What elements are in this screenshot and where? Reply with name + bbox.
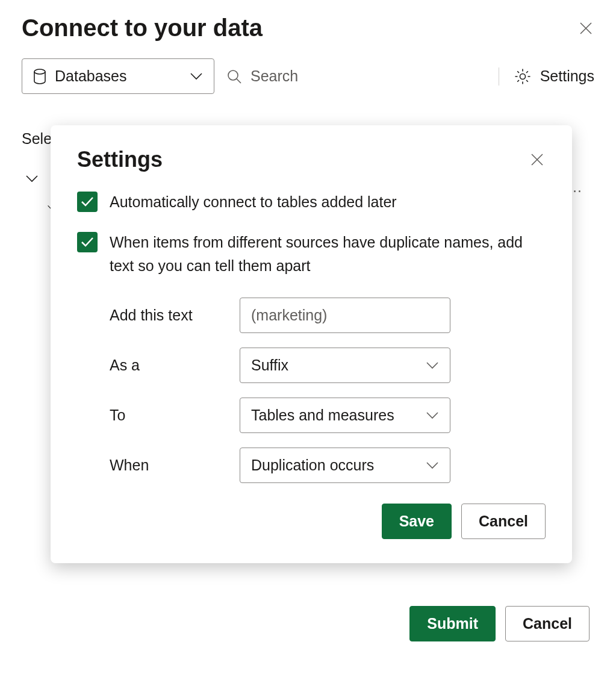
- duplicate-names-label: When items from different sources have d…: [110, 231, 546, 278]
- add-text-label: Add this text: [110, 307, 240, 324]
- as-a-value: Suffix: [251, 357, 288, 374]
- to-label: To: [110, 407, 240, 424]
- tree-chevron-icon[interactable]: [25, 175, 39, 183]
- submit-button[interactable]: Submit: [409, 606, 496, 641]
- settings-label: Settings: [540, 67, 594, 85]
- when-label: When: [110, 457, 240, 474]
- chevron-down-icon: [426, 461, 439, 470]
- when-value: Duplication occurs: [251, 457, 374, 474]
- chevron-down-icon: [426, 361, 439, 370]
- to-value: Tables and measures: [251, 407, 394, 424]
- search-input[interactable]: [250, 67, 487, 85]
- settings-button[interactable]: Settings: [514, 67, 594, 86]
- page-cancel-button[interactable]: Cancel: [505, 606, 590, 641]
- database-icon: [33, 69, 46, 84]
- add-text-input[interactable]: [240, 298, 450, 333]
- when-select[interactable]: Duplication occurs: [240, 448, 450, 483]
- databases-dropdown-label: Databases: [55, 67, 181, 85]
- databases-dropdown[interactable]: Databases: [22, 58, 214, 94]
- close-icon[interactable]: [577, 20, 594, 37]
- modal-close-icon[interactable]: [529, 151, 546, 168]
- modal-title: Settings: [77, 147, 163, 172]
- save-button[interactable]: Save: [382, 504, 452, 539]
- svg-point-1: [228, 70, 238, 80]
- to-select[interactable]: Tables and measures: [240, 398, 450, 433]
- search-icon: [226, 69, 242, 84]
- auto-connect-label: Automatically connect to tables added la…: [110, 190, 397, 214]
- search-box[interactable]: [226, 67, 487, 85]
- chevron-down-icon: [426, 411, 439, 420]
- svg-point-0: [34, 69, 45, 74]
- select-prompt-fragment: Sele: [22, 130, 52, 148]
- as-a-label: As a: [110, 357, 240, 374]
- page-title: Connect to your data: [22, 14, 263, 42]
- as-a-select[interactable]: Suffix: [240, 348, 450, 383]
- modal-cancel-button[interactable]: Cancel: [461, 504, 546, 539]
- settings-modal: Settings Automatically connect to tables…: [51, 125, 572, 563]
- gear-icon: [514, 67, 532, 86]
- auto-connect-checkbox[interactable]: [77, 192, 98, 212]
- chevron-down-icon: [190, 72, 203, 81]
- duplicate-names-checkbox[interactable]: [77, 232, 98, 252]
- svg-point-2: [520, 73, 525, 79]
